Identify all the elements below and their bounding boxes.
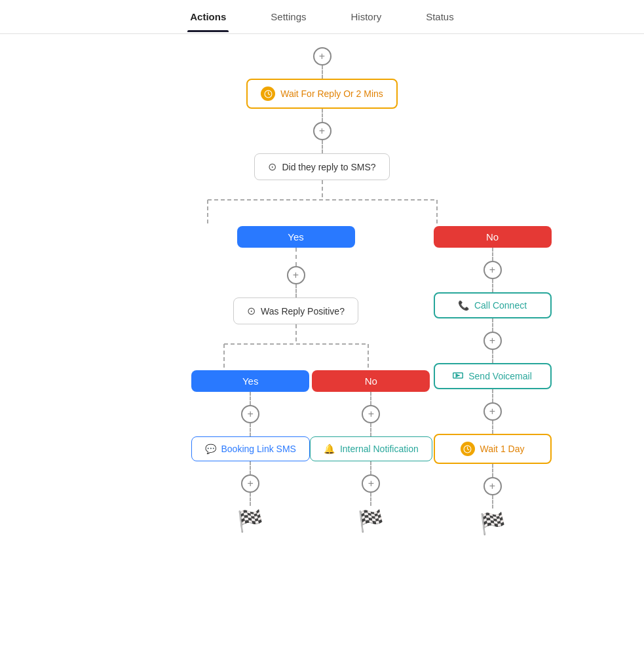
yes2-no2-row: Yes + 💬 Booking Link SMS + — [159, 370, 434, 533]
yes2-branch: Yes + 💬 Booking Link SMS + — [191, 370, 310, 533]
connector — [370, 461, 371, 474]
yes-branch: Yes + ⊙ Was Reply Positive? — [159, 226, 434, 536]
finish-flag-2: 🏁 — [358, 508, 384, 533]
booking-sms-node[interactable]: 💬 Booking Link SMS — [191, 436, 310, 461]
wait-node-label: Wait For Reply Or 2 Mins — [280, 88, 383, 99]
wait-1-day-node[interactable]: Wait 1 Day — [434, 434, 552, 464]
add-button-call[interactable]: + — [483, 332, 502, 350]
voicemail-icon — [453, 371, 463, 381]
yes-button-1[interactable]: Yes — [237, 226, 355, 248]
connector — [322, 140, 323, 153]
nav-bar: Actions Settings History Status — [0, 0, 644, 34]
send-voicemail-node[interactable]: Send Voicemail — [434, 363, 552, 389]
connector — [250, 423, 251, 436]
connector — [492, 318, 493, 332]
wait-for-reply-node[interactable]: Wait For Reply Or 2 Mins — [246, 79, 398, 109]
question1-node[interactable]: ⊙ Did they reply to SMS? — [254, 153, 389, 180]
connector — [492, 464, 493, 477]
connector — [295, 248, 297, 266]
no-button-1[interactable]: No — [434, 226, 552, 248]
call-connect-node[interactable]: 📞 Call Connect — [434, 292, 552, 318]
branch-svg-1 — [93, 180, 552, 226]
connector — [492, 389, 493, 402]
add-button-top[interactable]: + — [313, 47, 331, 66]
no-branch: No + 📞 Call Connect + — [434, 226, 552, 536]
question1-label: Did they reply to SMS? — [282, 162, 375, 172]
tab-settings[interactable]: Settings — [268, 2, 309, 31]
yes-button-2[interactable]: Yes — [191, 370, 309, 392]
tab-history[interactable]: History — [349, 2, 385, 31]
branch-svg-2 — [159, 324, 434, 370]
phone-icon: 📞 — [458, 300, 469, 311]
add-button-1[interactable]: + — [313, 122, 331, 140]
question-icon-1: ⊙ — [268, 161, 276, 173]
question-icon-2: ⊙ — [247, 305, 256, 317]
connector — [370, 493, 371, 506]
add-button-voicemail[interactable]: + — [483, 402, 502, 421]
connector — [295, 284, 297, 297]
connector — [322, 66, 323, 79]
yes-no-row: Yes + ⊙ Was Reply Positive? — [93, 226, 552, 536]
sub-branch-container: Yes + 💬 Booking Link SMS + — [159, 324, 434, 533]
connector — [492, 421, 493, 434]
add-button-yes2[interactable]: + — [241, 405, 259, 423]
add-button-no1[interactable]: + — [483, 261, 502, 279]
finish-flag-3: 🏁 — [480, 511, 506, 536]
chat-icon: 💬 — [205, 444, 216, 454]
clock-icon — [261, 86, 275, 101]
connector — [492, 248, 493, 261]
add-button-internal[interactable]: + — [362, 474, 380, 493]
connector — [250, 461, 251, 474]
connector — [492, 279, 493, 292]
question2-node[interactable]: ⊙ Was Reply Positive? — [233, 297, 358, 324]
connector — [492, 350, 493, 363]
flow-canvas: + Wait For Reply Or 2 Mins + ⊙ Did they … — [0, 34, 644, 562]
add-button-booking[interactable]: + — [241, 474, 259, 493]
connector — [322, 109, 323, 122]
internal-notification-node[interactable]: 🔔 Internal Notification — [310, 436, 432, 461]
clock-icon-2 — [461, 442, 475, 456]
finish-flag-1: 🏁 — [237, 508, 263, 533]
no-button-2[interactable]: No — [312, 370, 430, 392]
add-button-wait1day[interactable]: + — [483, 477, 502, 495]
connector — [250, 392, 251, 405]
add-button-yes1[interactable]: + — [287, 266, 305, 284]
add-button-no2[interactable]: + — [362, 405, 380, 423]
bell-icon: 🔔 — [324, 444, 335, 454]
tab-status[interactable]: Status — [423, 2, 457, 31]
connector — [492, 495, 493, 508]
connector — [370, 392, 371, 405]
main-branch-container: Yes + ⊙ Was Reply Positive? — [93, 180, 552, 536]
connector — [250, 493, 251, 506]
tab-actions[interactable]: Actions — [187, 2, 229, 31]
no2-branch: No + 🔔 Internal Notification + — [310, 370, 432, 533]
connector — [370, 423, 371, 436]
